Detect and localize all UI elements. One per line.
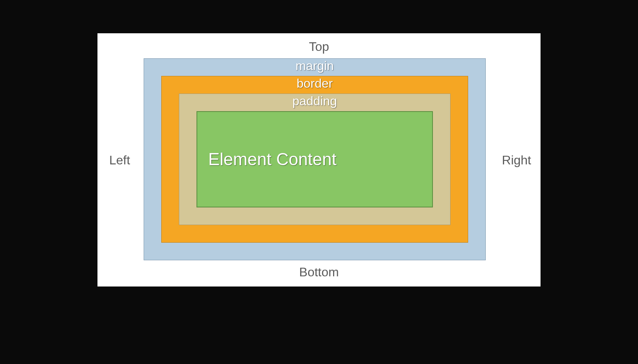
content-label: Element Content	[208, 150, 337, 169]
padding-layer: padding Element Content	[179, 94, 451, 225]
box-model-diagram: Top Bottom Left Right margin border padd…	[97, 33, 541, 287]
edge-label-top: Top	[309, 40, 329, 54]
border-layer: border padding Element Content	[161, 76, 468, 243]
edge-label-left: Left	[109, 153, 130, 167]
edge-label-bottom: Bottom	[299, 265, 339, 279]
padding-label: padding	[292, 93, 337, 110]
margin-label: margin	[296, 58, 334, 74]
border-label: border	[297, 76, 333, 92]
content-layer: Element Content	[196, 111, 433, 207]
edge-label-right: Right	[502, 153, 531, 167]
margin-layer: margin border padding Element Content	[144, 58, 486, 260]
